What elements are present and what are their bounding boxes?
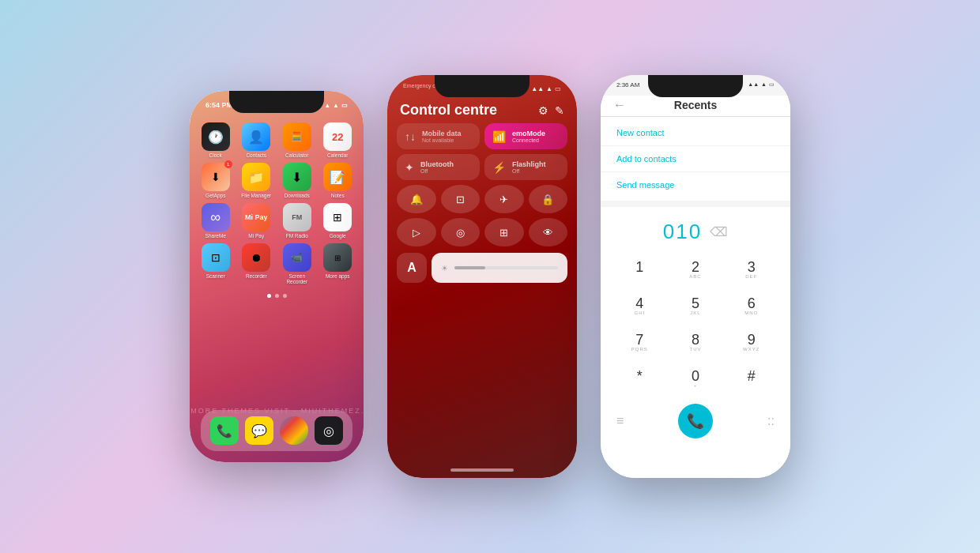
- bluetooth-tile[interactable]: ✦ Bluetooth Off: [397, 154, 480, 180]
- phone3-status-icons: ▲▲ ▲ ▭: [748, 81, 775, 96]
- cc-title-row: Control centre ⚙ ✎: [387, 96, 577, 123]
- send-message-item[interactable]: Send message: [601, 172, 790, 198]
- dial-number: 010: [663, 220, 702, 244]
- app-shareme[interactable]: ∞ ShareMe: [198, 203, 234, 239]
- mobile-data-tile[interactable]: ↑↓ Mobile data Not available: [397, 123, 480, 149]
- key-1-num: 1: [635, 260, 643, 274]
- lock-btn[interactable]: 🔒: [529, 185, 568, 213]
- expand-btn[interactable]: ⊞: [484, 218, 524, 246]
- app-calendar[interactable]: 22 Calendar: [320, 122, 356, 158]
- wifi-cc-icon: ▲: [546, 85, 552, 92]
- timer-btn[interactable]: ◎: [441, 218, 481, 246]
- screenshot-btn[interactable]: ⊡: [441, 185, 481, 213]
- downloads-icon-bg: ⬇: [283, 163, 311, 191]
- key-0[interactable]: 0 +: [669, 363, 722, 396]
- phone3-time: 2:36 AM: [616, 81, 639, 96]
- flashlight-tile[interactable]: ⚡ Flashlight Off: [484, 154, 567, 180]
- contacts-icon-bg: 👤: [242, 122, 270, 151]
- key-star-num: *: [637, 369, 643, 383]
- settings-icon[interactable]: ⚙: [538, 104, 548, 117]
- cc-tiles-row2: ✦ Bluetooth Off ⚡ Flashlight Off: [387, 154, 577, 180]
- key-7-letters: PQRS: [631, 347, 648, 353]
- key-2-num: 2: [692, 260, 699, 274]
- bluetooth-text: Bluetooth Off: [420, 160, 454, 174]
- dot-3: [283, 294, 287, 298]
- flashlight-icon: ⚡: [492, 161, 506, 174]
- location-btn[interactable]: ▷: [397, 218, 436, 246]
- phone3: 2:36 AM ▲▲ ▲ ▭ ← Recents New contact Add…: [601, 75, 790, 478]
- app-calculator[interactable]: 🧮 Calculator: [279, 122, 315, 158]
- key-1[interactable]: 1: [613, 254, 666, 287]
- key-4[interactable]: 4 GHI: [613, 290, 666, 323]
- font-size-btn[interactable]: A: [397, 253, 427, 283]
- app-more[interactable]: ⊞ More apps: [320, 243, 356, 284]
- add-contacts-item[interactable]: Add to contacts: [601, 146, 790, 172]
- brightness-slider[interactable]: ☀: [432, 253, 567, 283]
- clock-icon-bg: 🕐: [202, 122, 230, 151]
- menu-icon[interactable]: ≡: [616, 414, 624, 428]
- delete-button[interactable]: ⌫: [710, 224, 728, 239]
- key-hash[interactable]: #: [725, 363, 778, 396]
- app-getapps[interactable]: ⬇ 1 GetApps: [198, 163, 234, 198]
- dot-1: [267, 294, 271, 298]
- dock-camera[interactable]: ◎: [315, 416, 343, 445]
- app-filemanager[interactable]: 📁 File Manager: [239, 163, 275, 198]
- emomode-tile[interactable]: 📶 emoMode Connected: [484, 123, 567, 149]
- dock-phone[interactable]: 📞: [210, 416, 239, 445]
- app-contacts[interactable]: 👤 Contacts: [239, 122, 275, 158]
- cc-header-icons: ⚙ ✎: [538, 104, 564, 117]
- brightness-fill: [454, 266, 485, 269]
- key-5[interactable]: 5 JKL: [669, 290, 722, 323]
- wifi-icon: ▲: [333, 102, 339, 109]
- getapps-icon-bg: ⬇ 1: [202, 163, 230, 191]
- key-6[interactable]: 6 MNO: [725, 290, 778, 323]
- dial-display: 010 ⌫: [601, 207, 790, 250]
- app-scanner[interactable]: ⊡ Scanner: [198, 243, 234, 284]
- key-8[interactable]: 8 TUV: [669, 326, 722, 359]
- phone2-notch: [435, 75, 530, 97]
- phone2-screen: Emergency calls ↓ ▲▲ ▲ ▭ Control centre …: [387, 75, 577, 478]
- app-downloads[interactable]: ⬇ Downloads: [279, 163, 315, 198]
- key-9[interactable]: 9 WXYZ: [725, 326, 778, 359]
- key-4-num: 4: [635, 296, 643, 310]
- back-button[interactable]: ←: [613, 98, 626, 112]
- app-clock[interactable]: 🕐 Clock: [198, 122, 234, 158]
- cc-status-icons: ▲▲ ▲ ▭: [531, 81, 561, 96]
- key-star[interactable]: *: [613, 363, 666, 396]
- key-3[interactable]: 3 DEF: [725, 254, 778, 287]
- edit-icon[interactable]: ✎: [555, 104, 564, 117]
- dock-chrome[interactable]: [280, 416, 308, 445]
- contacts-label: Contacts: [246, 152, 266, 158]
- app-notes[interactable]: 📝 Notes: [320, 163, 356, 198]
- dock-messages[interactable]: 💬: [245, 416, 273, 445]
- mobile-data-icon: ↑↓: [405, 130, 416, 143]
- app-recorder[interactable]: ⏺ Recorder: [239, 243, 275, 284]
- dot-2: [275, 294, 279, 298]
- clock-label: Clock: [209, 152, 222, 158]
- phone1: 6:54 PM ▲ ▲ ▭ 🕐 Clock 👤 Contacts 🧮 Calcu…: [190, 91, 364, 462]
- notes-icon-bg: 📝: [323, 163, 352, 191]
- airplane-btn[interactable]: ✈: [484, 185, 524, 213]
- app-fmradio[interactable]: FM FM Radio: [279, 203, 315, 239]
- phone1-status-icons: ▲ ▲ ▭: [324, 102, 348, 109]
- key-7[interactable]: 7 PQRS: [613, 326, 666, 359]
- cc-icon-row1: 🔔 ⊡ ✈ 🔒: [387, 180, 577, 213]
- key-8-letters: TUV: [689, 347, 701, 353]
- cc-title: Control centre: [400, 102, 497, 118]
- app-google[interactable]: ⊞ Google: [320, 203, 356, 239]
- keypad-icon[interactable]: ::: [767, 414, 775, 428]
- mobile-data-sub: Not available: [422, 137, 462, 143]
- calculator-icon-bg: 🧮: [283, 122, 311, 151]
- eye-btn[interactable]: 👁: [529, 218, 568, 246]
- call-button[interactable]: 📞: [678, 404, 713, 438]
- key-4-letters: GHI: [634, 310, 645, 317]
- app-mipay[interactable]: Mi Pay Mi Pay: [239, 203, 275, 239]
- more-label: More apps: [326, 273, 350, 279]
- key-2[interactable]: 2 ABC: [669, 254, 722, 287]
- flashlight-name: Flashlight: [512, 160, 546, 168]
- app-screenrecorder[interactable]: 📹 Screen Recorder: [279, 243, 315, 284]
- new-contact-item[interactable]: New contact: [601, 120, 790, 146]
- notification-btn[interactable]: 🔔: [397, 185, 436, 213]
- emomode-icon: 📶: [492, 130, 506, 143]
- phone1-time: 6:54 PM: [205, 101, 232, 109]
